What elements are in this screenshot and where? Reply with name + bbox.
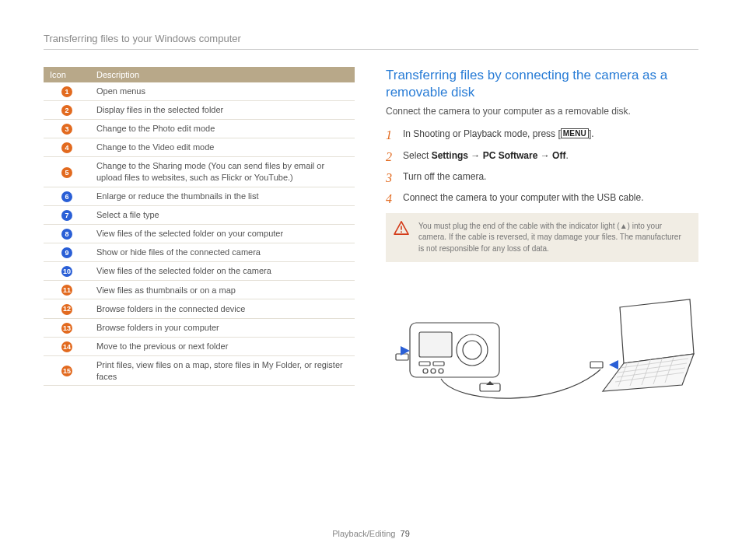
step-3: Turn off the camera. [386,170,698,184]
desc-cell: Change to the Photo edit mode [90,120,355,138]
warning-callout: You must plug the end of the cable with … [386,213,698,263]
desc-cell: View files of the selected folder on the… [90,262,355,281]
left-column: Icon Description 1Open menus2Display fil… [44,67,355,408]
right-column: Transferring files by connecting the cam… [386,67,698,408]
step-4: Connect the camera to your computer with… [386,191,698,205]
desc-cell: Browse folders in your computer [90,318,355,337]
svg-point-1 [401,231,402,233]
numbered-circle-icon: 14 [61,341,72,352]
svg-rect-6 [419,362,430,366]
icon-cell: 11 [44,281,90,299]
desc-cell: Display files in the selected folder [90,101,355,120]
svg-rect-5 [419,332,452,357]
icon-cell: 9 [44,243,90,262]
svg-rect-7 [433,362,444,366]
numbered-circle-icon: 6 [61,191,72,202]
numbered-circle-icon: 10 [61,266,72,277]
icon-cell: 14 [44,337,90,355]
footer-page: 79 [401,529,410,538]
th-icon: Icon [44,67,90,82]
step-2-a: Select [403,150,432,161]
desc-cell: Open menus [90,82,355,101]
warning-text: You must plug the end of the cable with … [418,222,681,253]
table-row: 11View files as thumbnails or on a map [44,281,355,299]
step-2-off: Off [552,150,565,161]
numbered-circle-icon: 3 [61,124,72,135]
section-intro: Connect the camera to your computer as a… [386,106,698,117]
numbered-circle-icon: 2 [61,105,72,116]
icon-cell: 13 [44,318,90,337]
svg-rect-13 [590,362,603,368]
content-columns: Icon Description 1Open menus2Display fil… [44,67,698,408]
desc-cell: Print files, view files on a map, store … [90,355,355,386]
icon-cell: 4 [44,138,90,157]
table-row: 4Change to the Video edit mode [44,138,355,157]
desc-cell: Browse folders in the connected device [90,299,355,318]
table-row: 5Change to the Sharing mode (You can sen… [44,157,355,187]
desc-cell: View files of the selected folder on you… [90,225,355,243]
footer-section: Playback/Editing [332,529,395,538]
numbered-circle-icon: 7 [61,210,72,221]
table-row: 15Print files, view files on a map, stor… [44,355,355,386]
table-row: 6Enlarge or reduce the thumbnails in the… [44,187,355,206]
table-row: 1Open menus [44,82,355,101]
icon-cell: 7 [44,206,90,225]
table-row: 7Select a file type [44,206,355,225]
numbered-circle-icon: 8 [61,229,72,240]
desc-cell: View files as thumbnails or on a map [90,281,355,299]
step-1-text-a: In Shooting or Playback mode, press [ [403,128,561,139]
step-2-arrow2: → [537,150,552,161]
table-row: 3Change to the Photo edit mode [44,120,355,138]
desc-cell: Change to the Sharing mode (You can send… [90,157,355,187]
page-footer: Playback/Editing 79 [0,529,742,538]
svg-rect-11 [396,354,408,360]
step-1: In Shooting or Playback mode, press [MEN… [386,128,698,141]
numbered-circle-icon: 5 [61,167,72,178]
table-row: 12Browse folders in the connected device [44,299,355,318]
numbered-circle-icon: 13 [61,323,72,334]
numbered-circle-icon: 11 [61,285,72,296]
page-header: Transferring files to your Windows compu… [44,33,698,44]
header-rule [44,49,698,50]
numbered-circle-icon: 9 [61,247,72,258]
step-2-c: . [565,150,568,161]
desc-cell: Move to the previous or next folder [90,337,355,355]
desc-cell: Enlarge or reduce the thumbnails in the … [90,187,355,206]
svg-point-9 [431,369,436,373]
icon-cell: 1 [44,82,90,101]
menu-button-label: MENU [561,128,589,138]
step-2: Select Settings → PC Software → Off. [386,149,698,163]
icon-cell: 10 [44,262,90,281]
icon-cell: 2 [44,101,90,120]
step-2-pcsoftware: PC Software [483,150,538,161]
numbered-circle-icon: 12 [61,304,72,315]
section-title: Transferring files by connecting the cam… [386,67,698,101]
steps-list: In Shooting or Playback mode, press [MEN… [386,128,698,205]
icon-description-table: Icon Description 1Open menus2Display fil… [44,67,355,386]
icon-cell: 5 [44,157,90,187]
th-desc: Description [90,67,355,82]
icon-cell: 12 [44,299,90,318]
table-row: 8View files of the selected folder on yo… [44,225,355,243]
warning-icon [394,221,409,235]
table-row: 10View files of the selected folder on t… [44,262,355,281]
svg-point-8 [423,369,428,373]
connection-illustration [386,276,698,408]
numbered-circle-icon: 15 [61,366,72,376]
icon-cell: 8 [44,225,90,243]
step-2-settings: Settings [432,150,468,161]
svg-point-10 [439,369,443,373]
table-row: 9Show or hide files of the connected cam… [44,243,355,262]
step-2-arrow1: → [468,150,483,161]
numbered-circle-icon: 1 [61,86,72,97]
icon-cell: 6 [44,187,90,206]
desc-cell: Change to the Video edit mode [90,138,355,157]
desc-cell: Show or hide files of the connected came… [90,243,355,262]
table-row: 13Browse folders in your computer [44,318,355,337]
numbered-circle-icon: 4 [61,142,72,153]
icon-cell: 3 [44,120,90,138]
icon-cell: 15 [44,355,90,386]
desc-cell: Select a file type [90,206,355,225]
step-1-text-b: ]. [589,128,594,139]
table-row: 2Display files in the selected folder [44,101,355,120]
